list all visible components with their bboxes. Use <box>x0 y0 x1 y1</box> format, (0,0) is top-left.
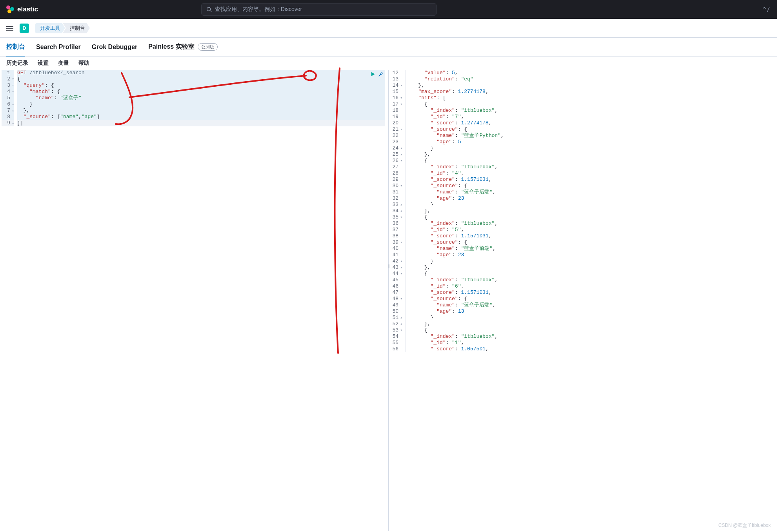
subtab-settings[interactable]: 设置 <box>38 60 49 67</box>
app-badge[interactable]: D <box>20 24 29 33</box>
brand-text: elastic <box>17 5 38 13</box>
breadcrumb-devtools[interactable]: 开发工具 <box>35 23 65 33</box>
tab-grok-debugger[interactable]: Grok Debugger <box>92 39 137 55</box>
breadcrumb-console[interactable]: 控制台 <box>63 23 90 33</box>
keyboard-shortcut: ^/ <box>762 6 771 13</box>
menu-toggle[interactable] <box>6 26 13 31</box>
editor-actions <box>370 71 384 78</box>
elastic-logo[interactable]: elastic <box>6 5 38 13</box>
search-icon <box>206 7 212 12</box>
editor-container: 12▾3▾4▾56▴7▴89▴GET /itbluebox/_search{ "… <box>0 70 777 531</box>
tab-console[interactable]: 控制台 <box>6 38 25 56</box>
top-header: elastic 查找应用、内容等。例如：Discover ^/ <box>0 0 777 19</box>
console-subtabs: 历史记录 设置 变量 帮助 <box>0 56 777 70</box>
run-request-icon[interactable] <box>370 71 376 78</box>
search-placeholder: 查找应用、内容等。例如：Discover <box>215 6 302 13</box>
beta-badge: 公测版 <box>198 43 218 51</box>
elastic-logo-icon <box>6 5 14 13</box>
global-search[interactable]: 查找应用、内容等。例如：Discover <box>201 3 437 16</box>
sub-header: D 开发工具 控制台 <box>0 19 777 38</box>
subtab-help[interactable]: 帮助 <box>78 60 89 67</box>
response-pane[interactable]: 121314▴1516▾17▾18192021▾222324▴25▴26▾272… <box>389 70 777 531</box>
subtab-history[interactable]: 历史记录 <box>6 60 28 67</box>
main-tabs: 控制台 Search Profiler Grok Debugger Painle… <box>0 38 777 56</box>
subtab-variables[interactable]: 变量 <box>58 60 69 67</box>
request-pane[interactable]: 12▾3▾4▾56▴7▴89▴GET /itbluebox/_search{ "… <box>0 70 389 531</box>
svg-point-0 <box>207 7 210 11</box>
svg-line-1 <box>210 11 211 12</box>
tab-painless-lab[interactable]: Painless 实验室公测版 <box>148 38 217 56</box>
watermark: CSDN @蓝盒子itbluebox <box>718 522 771 529</box>
tab-search-profiler[interactable]: Search Profiler <box>36 39 81 55</box>
breadcrumb: 开发工具 控制台 <box>35 23 90 33</box>
request-options-icon[interactable] <box>378 71 384 78</box>
